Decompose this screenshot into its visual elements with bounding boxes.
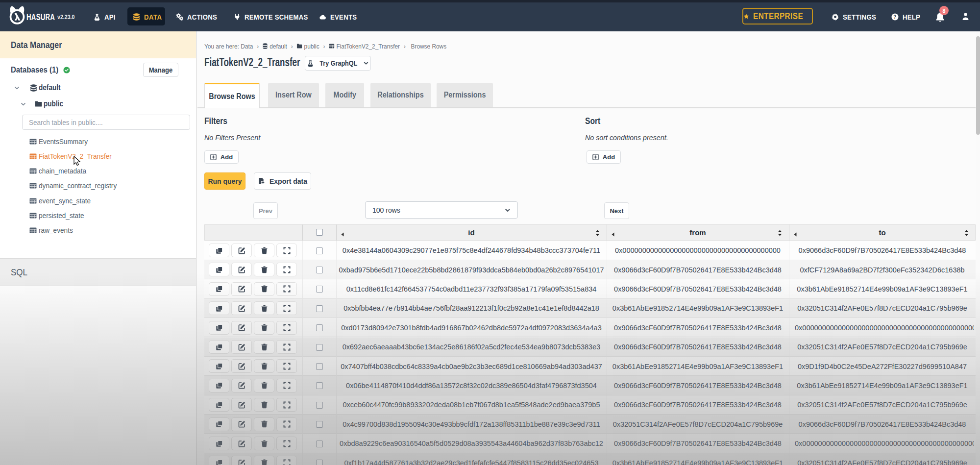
svg-text:?: ? [893, 14, 896, 20]
